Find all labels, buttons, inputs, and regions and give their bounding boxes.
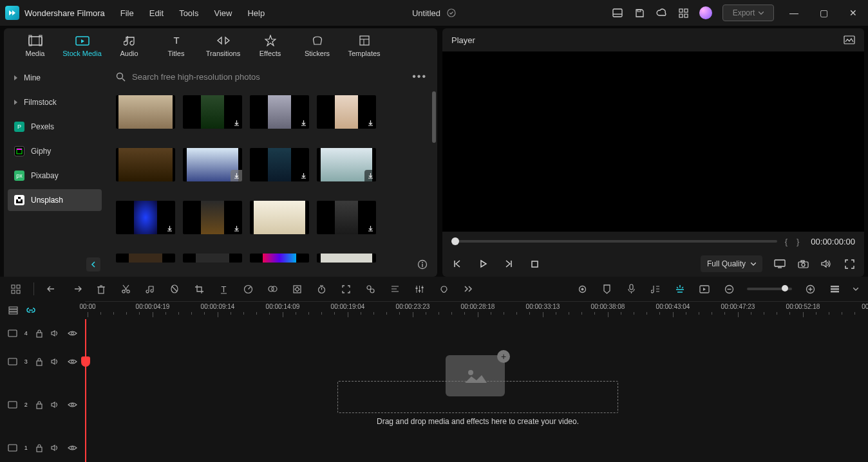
stock-thumb[interactable]: [183, 148, 242, 181]
grid-icon[interactable]: [9, 282, 22, 295]
apps-icon[interactable]: [677, 7, 689, 19]
align-button[interactable]: [388, 282, 401, 295]
chroma-button[interactable]: [364, 282, 377, 295]
menu-file[interactable]: File: [120, 8, 134, 18]
player-viewport[interactable]: [442, 51, 864, 232]
track-visibility-icon[interactable]: [67, 356, 77, 367]
download-icon[interactable]: [164, 223, 175, 234]
stock-thumb[interactable]: [183, 95, 242, 129]
player-progress[interactable]: [451, 240, 777, 243]
track-mute-icon[interactable]: [51, 356, 61, 367]
tab-media[interactable]: Media: [12, 32, 59, 60]
play-button[interactable]: [477, 258, 489, 270]
track-manager-button[interactable]: [8, 305, 18, 315]
marker-button[interactable]: [600, 282, 613, 295]
track-mute-icon[interactable]: [51, 400, 61, 410]
track-lock-icon[interactable]: [34, 400, 44, 410]
quality-dropdown[interactable]: Full Quality: [701, 255, 762, 272]
timeline-track[interactable]: 2+Drag and drop media and effects here t…: [0, 376, 868, 434]
crop-button[interactable]: [193, 282, 205, 295]
stock-thumb[interactable]: [250, 95, 309, 129]
tab-stock-media[interactable]: Stock Media: [59, 32, 106, 60]
text-button[interactable]: T: [217, 282, 230, 295]
tab-templates[interactable]: Templates: [341, 32, 388, 60]
mark-out-button[interactable]: }: [795, 237, 800, 246]
download-icon[interactable]: [231, 117, 242, 129]
download-icon[interactable]: [364, 170, 376, 181]
track-visibility-icon[interactable]: [67, 443, 77, 453]
zoom-in-button[interactable]: [804, 282, 816, 295]
menu-help[interactable]: Help: [247, 8, 265, 18]
stock-thumb[interactable]: [116, 148, 175, 181]
export-button[interactable]: Export: [722, 5, 774, 21]
stock-thumb[interactable]: [183, 254, 242, 263]
redo-button[interactable]: [70, 282, 83, 295]
timeline-track[interactable]: 1: [0, 434, 868, 462]
display-icon[interactable]: [774, 258, 786, 270]
track-view-button[interactable]: [828, 282, 841, 295]
audio-beat-button[interactable]: [649, 282, 662, 295]
stock-thumb[interactable]: [116, 201, 175, 234]
timeline-ruler[interactable]: 00:0000:00:04:1900:00:09:1400:00:14:0900…: [85, 301, 868, 319]
save-icon[interactable]: [634, 7, 645, 19]
duration-button[interactable]: [315, 282, 328, 295]
add-media-button[interactable]: +: [497, 350, 510, 363]
track-mute-icon[interactable]: [51, 443, 61, 453]
volume-icon[interactable]: [820, 258, 832, 270]
keyframe-button[interactable]: [290, 282, 303, 295]
sidebar-item-mine[interactable]: Mine: [8, 67, 102, 89]
camera-icon[interactable]: [797, 258, 809, 270]
tab-stickers[interactable]: Stickers: [294, 32, 341, 60]
download-icon[interactable]: [364, 117, 376, 129]
split-button[interactable]: [119, 282, 132, 295]
sidebar-item-pexels[interactable]: PPexels: [8, 116, 102, 138]
stock-thumb[interactable]: [317, 201, 376, 234]
undo-button[interactable]: [46, 282, 59, 295]
stock-thumb[interactable]: [183, 201, 242, 234]
download-icon[interactable]: [231, 170, 242, 181]
prev-frame-button[interactable]: [451, 258, 463, 270]
close-button[interactable]: ✕: [844, 8, 863, 18]
music-icon[interactable]: [144, 282, 156, 295]
sidebar-item-pixabay[interactable]: pxPixabay: [8, 165, 102, 187]
track-lock-icon[interactable]: [34, 328, 44, 338]
timeline-track[interactable]: 4: [0, 319, 868, 347]
track-lock-icon[interactable]: [34, 443, 44, 453]
tab-audio[interactable]: Audio: [106, 32, 153, 60]
record-button[interactable]: [576, 282, 589, 295]
mic-button[interactable]: [625, 282, 637, 295]
download-icon[interactable]: [231, 223, 242, 234]
fullscreen-icon[interactable]: [844, 258, 855, 270]
menu-edit[interactable]: Edit: [149, 8, 164, 18]
maximize-button[interactable]: ▢: [814, 8, 833, 18]
sidebar-item-filmstock[interactable]: Filmstock: [8, 91, 102, 113]
menu-tools[interactable]: Tools: [179, 8, 198, 18]
track-mute-icon[interactable]: [51, 328, 61, 338]
user-avatar[interactable]: [699, 6, 712, 19]
snapshot-icon[interactable]: [844, 35, 855, 44]
tab-transitions[interactable]: Transitions: [200, 32, 247, 60]
more-tools-button[interactable]: [462, 282, 475, 295]
voiceover-button[interactable]: [437, 282, 450, 295]
stock-thumb[interactable]: [250, 254, 309, 263]
track-view-chevron[interactable]: [853, 282, 859, 295]
next-frame-button[interactable]: [503, 258, 514, 270]
zoom-slider[interactable]: [747, 288, 792, 290]
stock-thumb[interactable]: [317, 254, 376, 263]
stock-thumb[interactable]: [317, 148, 376, 181]
more-options-icon[interactable]: •••: [412, 71, 427, 82]
track-visibility-icon[interactable]: [67, 400, 77, 410]
speed-button[interactable]: [241, 282, 254, 295]
progress-knob[interactable]: [451, 237, 459, 245]
link-button[interactable]: [26, 305, 36, 315]
render-button[interactable]: [698, 282, 711, 295]
stop-button[interactable]: [529, 258, 540, 270]
detect-button[interactable]: [339, 282, 352, 295]
sidebar-item-unsplash[interactable]: Unsplash: [8, 189, 102, 211]
sidebar-item-giphy[interactable]: Giphy: [8, 140, 102, 162]
tab-effects[interactable]: Effects: [247, 32, 294, 60]
stock-thumb[interactable]: [250, 148, 309, 181]
sidebar-collapse-button[interactable]: [86, 257, 100, 272]
download-icon[interactable]: [297, 170, 309, 181]
track-visibility-icon[interactable]: [67, 328, 77, 338]
